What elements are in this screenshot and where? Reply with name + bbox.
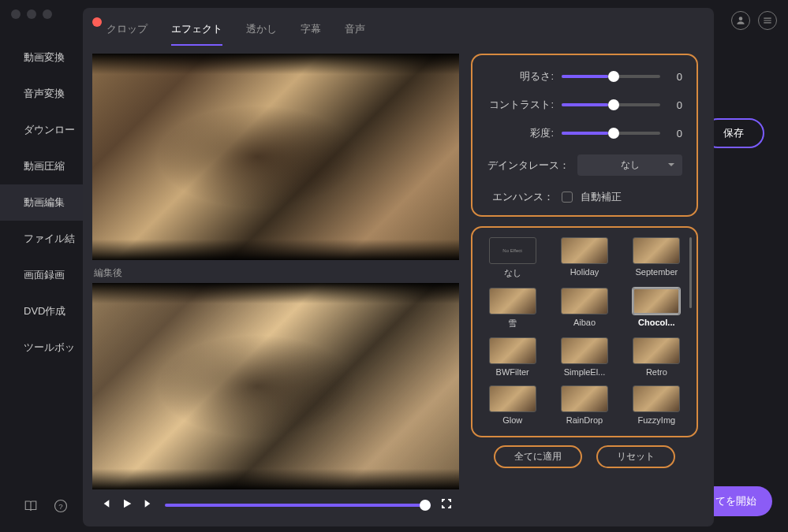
- sidebar-item-7[interactable]: DVD作成: [0, 293, 87, 329]
- window-traffic-lights[interactable]: [11, 9, 52, 19]
- adjustment-controls: 明るさ: 0 コントラスト: 0 彩度: 0 デインタレース： なし: [471, 54, 698, 217]
- contrast-label: コントラスト:: [487, 98, 554, 112]
- effect-Glow[interactable]: Glow: [480, 385, 544, 427]
- svg-text:?: ?: [58, 502, 63, 511]
- sidebar-item-5[interactable]: ファイル結: [0, 221, 87, 257]
- preview-after: [92, 283, 459, 489]
- effect-FuzzyImg[interactable]: FuzzyImg: [625, 385, 689, 427]
- tab-1[interactable]: エフェクト: [171, 22, 222, 46]
- help-icon[interactable]: ?: [54, 499, 68, 516]
- book-icon[interactable]: [24, 499, 38, 516]
- tab-0[interactable]: クロップ: [106, 22, 148, 46]
- progress-bar[interactable]: [165, 504, 431, 507]
- prev-frame-icon[interactable]: [99, 497, 111, 513]
- sidebar-item-8[interactable]: ツールボッ: [0, 329, 87, 366]
- deinterlace-select[interactable]: なし: [577, 154, 682, 176]
- brightness-label: 明るさ:: [487, 69, 554, 84]
- tab-2[interactable]: 透かし: [246, 22, 277, 46]
- effects-modal: クロップエフェクト透かし字幕音声 編集後 明るさ: 0: [83, 8, 714, 526]
- sidebar: 動画変換音声変換ダウンロー動画圧縮動画編集ファイル結画面録画DVD作成ツールボッ: [0, 39, 87, 366]
- saturation-slider[interactable]: [562, 132, 660, 135]
- auto-correct-label: 自動補正: [581, 190, 622, 204]
- sidebar-item-4[interactable]: 動画編集: [0, 184, 87, 221]
- enhance-label: エンハンス：: [487, 190, 554, 204]
- brightness-value: 0: [668, 71, 682, 83]
- effect-Chocol...[interactable]: Chocol...: [625, 288, 689, 332]
- sidebar-item-0[interactable]: 動画変換: [0, 39, 87, 76]
- preview-original: [92, 54, 459, 260]
- auto-correct-checkbox[interactable]: [562, 192, 573, 203]
- saturation-label: 彩度:: [487, 126, 554, 140]
- brightness-slider[interactable]: [562, 75, 660, 78]
- effect-Retro[interactable]: Retro: [625, 337, 689, 379]
- tab-4[interactable]: 音声: [345, 22, 365, 46]
- reset-button[interactable]: リセット: [596, 445, 675, 468]
- svg-point-0: [739, 17, 743, 20]
- modal-tabs: クロップエフェクト透かし字幕音声: [83, 8, 714, 46]
- effect-Holiday[interactable]: Holiday: [552, 237, 616, 281]
- effect-SimpleEl...[interactable]: SimpleEl...: [552, 337, 616, 379]
- effects-panel: No EffectなしHolidaySeptember雪AibaoChocol.…: [471, 226, 698, 437]
- deinterlace-label: デインタレース：: [487, 158, 570, 173]
- play-icon[interactable]: [121, 497, 133, 513]
- effect-BWFilter[interactable]: BWFilter: [480, 337, 544, 379]
- sidebar-item-2[interactable]: ダウンロー: [0, 112, 87, 148]
- close-icon[interactable]: [92, 17, 102, 27]
- user-icon[interactable]: [731, 11, 750, 30]
- next-frame-icon[interactable]: [143, 497, 155, 513]
- effect-雪[interactable]: 雪: [480, 288, 544, 332]
- sidebar-item-6[interactable]: 画面録画: [0, 257, 87, 293]
- effect-Aibao[interactable]: Aibao: [552, 288, 616, 332]
- effect-なし[interactable]: No Effectなし: [480, 237, 544, 281]
- fullscreen-icon[interactable]: [440, 497, 453, 513]
- sidebar-item-1[interactable]: 音声変換: [0, 76, 87, 112]
- effect-RainDrop[interactable]: RainDrop: [552, 385, 616, 427]
- preview-after-label: 編集後: [94, 266, 459, 280]
- menu-icon[interactable]: [758, 11, 777, 30]
- effects-scrollbar[interactable]: [689, 237, 692, 308]
- apply-all-button[interactable]: 全てに適用: [494, 445, 582, 468]
- contrast-slider[interactable]: [562, 103, 660, 106]
- player-controls: [92, 489, 459, 521]
- saturation-value: 0: [668, 128, 682, 140]
- contrast-value: 0: [668, 99, 682, 111]
- effect-September[interactable]: September: [625, 237, 689, 281]
- tab-3[interactable]: 字幕: [301, 22, 321, 46]
- sidebar-item-3[interactable]: 動画圧縮: [0, 148, 87, 184]
